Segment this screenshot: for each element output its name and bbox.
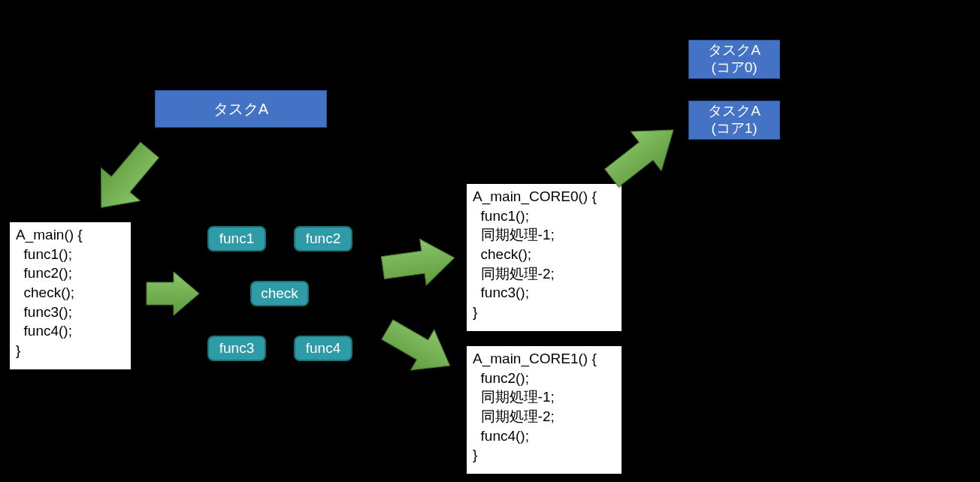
task-a-core1-l2: (コア1) <box>689 120 779 137</box>
arrow-task-to-code <box>73 131 178 227</box>
check-label: check <box>261 285 298 302</box>
task-a-core1-l1: タスクA <box>689 103 779 120</box>
func3-label: func3 <box>219 340 254 357</box>
task-a-core1-box: タスクA (コア1) <box>688 101 780 140</box>
func2-node: func2 <box>294 226 352 252</box>
task-a-core0-l2: (コア0) <box>689 59 779 77</box>
arrow-funcs-to-core0 <box>378 233 459 292</box>
code-core0-box: A_main_CORE0() { func1(); 同期処理-1; check(… <box>467 184 622 331</box>
arrow-code-to-funcs <box>144 269 202 318</box>
func2-label: func2 <box>306 230 340 247</box>
func3-node: func3 <box>207 336 266 361</box>
check-node: check <box>250 281 309 306</box>
task-a-label: タスクA <box>156 100 326 118</box>
func4-label: func4 <box>306 340 340 357</box>
task-a-core0-box: タスクA (コア0) <box>688 40 780 79</box>
func1-node: func1 <box>207 226 266 252</box>
code-core1-box: A_main_CORE1() { func2(); 同期処理-1; 同期処理-2… <box>467 346 622 474</box>
arrow-funcs-to-core1 <box>378 311 459 384</box>
arrow-core0-to-tasks <box>597 113 688 195</box>
code-main-box: A_main() { func1(); func2(); check(); fu… <box>10 222 131 369</box>
func4-node: func4 <box>294 336 352 361</box>
task-a-box: タスクA <box>155 90 327 128</box>
func1-label: func1 <box>219 230 254 247</box>
task-a-core0-l1: タスクA <box>689 42 779 59</box>
